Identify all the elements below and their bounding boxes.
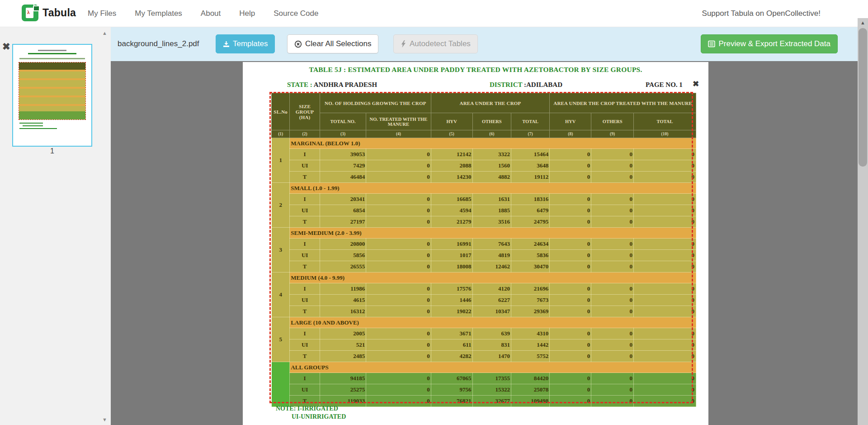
sidebar-scroll-up-icon[interactable]: ▲ bbox=[102, 30, 107, 36]
pdf-table-title: TABLE 5J : ESTIMATED AREA UNDER PADDY TR… bbox=[243, 66, 708, 74]
thumb-note-line bbox=[19, 128, 57, 129]
thumbnail-close-icon[interactable]: ✖ bbox=[2, 42, 10, 51]
thumb-note-line bbox=[23, 125, 43, 126]
nav-item-help[interactable]: Help bbox=[239, 9, 255, 18]
templates-icon bbox=[223, 41, 230, 48]
lightning-bolt-icon bbox=[401, 40, 406, 48]
navbar: λ Tabula My Files My Templates About Hel… bbox=[0, 0, 858, 27]
nav-item-about[interactable]: About bbox=[201, 9, 221, 18]
scrollbar-thumb[interactable] bbox=[859, 28, 867, 167]
pdf-viewer-area: TABLE 5J : ESTIMATED AREA UNDER PADDY TR… bbox=[111, 61, 858, 425]
nav-menu: My Files My Templates About Help Source … bbox=[88, 0, 318, 27]
sidebar-page-list: ✖ 1 ▲ ▼ bbox=[0, 27, 111, 425]
tabula-logo-icon: λ bbox=[22, 5, 38, 21]
thumb-meta-line bbox=[19, 58, 85, 59]
pdf-state: STATE : ANDHRA PRADESH bbox=[287, 81, 377, 89]
pdf-district: DISTRICT :ADILABAD bbox=[490, 81, 562, 89]
vertical-scrollbar: ▲ bbox=[858, 18, 868, 425]
brand[interactable]: λ Tabula bbox=[22, 5, 76, 21]
clear-all-selections-button[interactable]: Clear All Selections bbox=[287, 34, 378, 53]
brand-name: Tabula bbox=[42, 7, 76, 19]
pdf-meta-row: STATE : ANDHRA PRADESH DISTRICT :ADILABA… bbox=[243, 81, 708, 90]
table-list-icon bbox=[708, 40, 715, 48]
page-thumbnail[interactable] bbox=[12, 44, 92, 147]
sidebar-scroll-down-icon[interactable]: ▼ bbox=[102, 417, 107, 422]
pdf-note-line1: NOTE: I-IRRIGATED bbox=[276, 405, 338, 412]
thumb-subtitle-line bbox=[28, 53, 76, 54]
pdf-note-line2: UI-UNIRRIGATED bbox=[292, 413, 346, 420]
nav-item-my-templates[interactable]: My Templates bbox=[135, 9, 182, 18]
preview-export-button[interactable]: Preview & Export Extracted Data bbox=[701, 34, 838, 53]
templates-button[interactable]: Templates bbox=[216, 34, 275, 53]
pdf-page: TABLE 5J : ESTIMATED AREA UNDER PADDY TR… bbox=[243, 62, 708, 425]
toolbar: background_lines_2.pdf Templates Clear A… bbox=[111, 27, 858, 61]
autodetect-tables-button: Autodetect Tables bbox=[393, 34, 478, 53]
document-filename: background_lines_2.pdf bbox=[118, 27, 199, 61]
thumb-note-line bbox=[19, 123, 43, 124]
pdf-page-no: PAGE NO. 1 bbox=[646, 81, 683, 89]
selection-close-icon[interactable]: ✖ bbox=[693, 79, 699, 89]
thumb-table-selection bbox=[19, 62, 86, 120]
nav-item-source-code[interactable]: Source Code bbox=[274, 9, 318, 18]
page-number-label: 1 bbox=[12, 147, 92, 155]
scrollbar-up-icon[interactable]: ▲ bbox=[858, 20, 868, 25]
circle-x-icon bbox=[294, 40, 302, 48]
table-selection-box[interactable] bbox=[269, 92, 693, 403]
support-link[interactable]: Support Tabula on OpenCollective! bbox=[702, 0, 821, 27]
nav-item-my-files[interactable]: My Files bbox=[88, 9, 116, 18]
thumb-title-line bbox=[38, 50, 66, 51]
